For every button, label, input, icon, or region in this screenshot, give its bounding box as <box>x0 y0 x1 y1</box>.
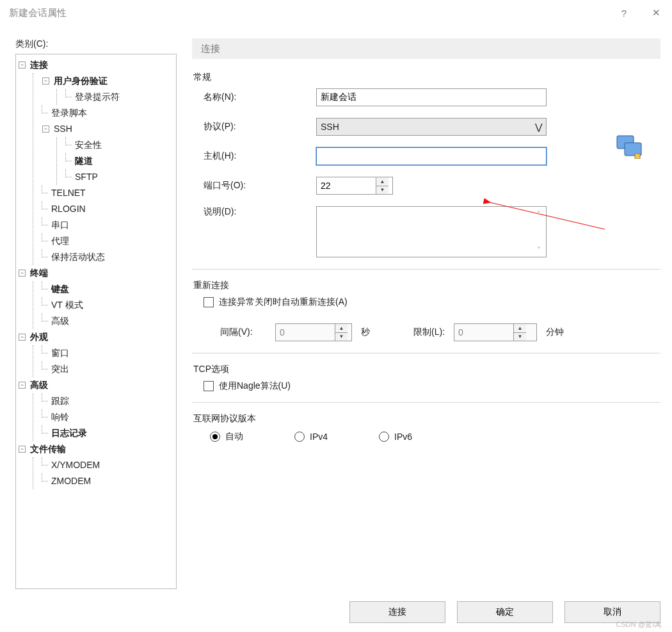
tree-node-trace[interactable]: 跟踪 <box>51 396 69 406</box>
nagle-checkbox[interactable]: 使用Nagle算法(U) <box>204 380 291 392</box>
tree-node-connection[interactable]: 连接 <box>30 60 48 70</box>
checkbox-icon <box>204 297 214 307</box>
tree-node-file-transfer[interactable]: 文件传输 <box>30 444 66 454</box>
limit-input <box>454 324 513 341</box>
tree-toggle-icon[interactable]: − <box>19 270 26 277</box>
tree-node-logging[interactable]: 日志记录 <box>51 428 87 438</box>
tree-node-login-script[interactable]: 登录脚本 <box>51 108 87 118</box>
limit-label: 限制(L): <box>413 327 445 338</box>
tree-node-user-auth[interactable]: 用户身份验证 <box>54 76 108 86</box>
spinner-down-icon[interactable]: ▼ <box>513 333 526 341</box>
ip-v6-label: IPv6 <box>394 432 412 442</box>
spinner-up-icon[interactable]: ▲ <box>335 324 348 333</box>
category-label: 类别(C): <box>15 38 177 50</box>
checkbox-icon <box>204 381 214 391</box>
host-input[interactable] <box>316 147 547 165</box>
tree-node-appearance[interactable]: 外观 <box>30 332 48 342</box>
tree-node-telnet[interactable]: TELNET <box>51 188 86 198</box>
tree-node-zmodem[interactable]: ZMODEM <box>51 476 91 486</box>
radio-icon <box>210 432 220 442</box>
ip-auto-radio[interactable]: 自动 <box>210 431 243 442</box>
category-tree[interactable]: − 连接 − 用户身份验证 登录提示符 登录脚本 − <box>15 54 177 589</box>
group-reconnect-title: 重新连接 <box>193 280 660 291</box>
reconnect-checkbox-label: 连接异常关闭时自动重新连接(A) <box>219 296 348 308</box>
port-input[interactable] <box>317 177 376 194</box>
radio-icon <box>379 432 389 442</box>
tree-node-advanced[interactable]: 高级 <box>30 380 48 390</box>
interval-input <box>276 324 335 341</box>
ip-v4-radio[interactable]: IPv4 <box>294 431 328 442</box>
scroll-down-icon[interactable]: ˅ <box>533 244 545 255</box>
help-icon[interactable]: ? <box>608 0 640 26</box>
tree-toggle-icon[interactable]: − <box>42 126 49 133</box>
tree-node-keepalive[interactable]: 保持活动状态 <box>51 252 105 262</box>
port-label: 端口号(O): <box>204 180 316 191</box>
tree-node-login-prompt[interactable]: 登录提示符 <box>75 92 120 102</box>
name-input[interactable] <box>316 88 547 106</box>
desc-label: 说明(D): <box>204 206 316 218</box>
window-title: 新建会话属性 <box>9 7 67 19</box>
host-label: 主机(H): <box>204 150 316 162</box>
minutes-label: 分钟 <box>546 327 564 338</box>
tree-node-terminal[interactable]: 终端 <box>30 268 48 278</box>
session-icon <box>616 134 643 159</box>
watermark: CSDN @蓝𝕀离 <box>616 620 662 629</box>
tree-node-advanced-term[interactable]: 高级 <box>51 316 69 326</box>
spinner-up-icon[interactable]: ▲ <box>376 177 388 186</box>
spinner-down-icon[interactable]: ▼ <box>376 186 388 195</box>
tree-node-highlight[interactable]: 突出 <box>51 364 69 374</box>
spinner-down-icon[interactable]: ▼ <box>335 333 348 341</box>
reconnect-checkbox[interactable]: 连接异常关闭时自动重新连接(A) <box>204 296 348 308</box>
limit-spinner[interactable]: ▲ ▼ <box>454 323 537 341</box>
close-icon[interactable]: ✕ <box>640 0 672 26</box>
port-spinner[interactable]: ▲ ▼ <box>316 177 393 195</box>
protocol-value: SSH <box>321 122 339 132</box>
tree-node-proxy[interactable]: 代理 <box>51 236 69 246</box>
titlebar: 新建会话属性 ? ✕ <box>0 0 672 26</box>
chevron-down-icon: ⋁ <box>535 122 542 132</box>
tree-node-window[interactable]: 窗口 <box>51 348 69 358</box>
nagle-checkbox-label: 使用Nagle算法(U) <box>219 380 291 392</box>
protocol-label: 协议(P): <box>204 121 316 133</box>
tree-node-serial[interactable]: 串口 <box>51 220 69 230</box>
group-general-title: 常规 <box>193 72 660 83</box>
tree-node-tunnel[interactable]: 隧道 <box>75 156 93 166</box>
svg-rect-2 <box>635 154 640 159</box>
group-tcp-title: TCP选项 <box>193 364 660 375</box>
ip-auto-label: 自动 <box>225 431 243 442</box>
radio-icon <box>294 432 305 442</box>
seconds-label: 秒 <box>361 327 370 338</box>
tree-node-rlogin[interactable]: RLOGIN <box>51 204 86 214</box>
tree-node-vt-mode[interactable]: VT 模式 <box>51 300 83 310</box>
desc-textarea[interactable]: ˄ ˅ <box>316 206 547 257</box>
ip-v4-label: IPv4 <box>310 432 328 442</box>
tree-node-ssh[interactable]: SSH <box>54 124 72 134</box>
tree-toggle-icon[interactable]: − <box>19 334 26 341</box>
tree-toggle-icon[interactable]: − <box>19 382 26 389</box>
tree-toggle-icon[interactable]: − <box>19 61 26 69</box>
divider <box>192 402 660 403</box>
tree-node-xymodem[interactable]: X/YMODEM <box>51 460 100 470</box>
settings-panel: 连接 常规 名称(N): 协议(P): SSH ⋁ 主机(H): 端口号(O): <box>192 38 664 574</box>
connect-button[interactable]: 连接 <box>349 601 445 623</box>
panel-header: 连接 <box>192 38 660 59</box>
tree-toggle-icon[interactable]: − <box>42 77 49 85</box>
divider <box>192 269 660 270</box>
interval-spinner[interactable]: ▲ ▼ <box>275 323 352 341</box>
group-ip-title: 互联网协议版本 <box>193 413 660 425</box>
spinner-up-icon[interactable]: ▲ <box>513 324 526 333</box>
name-label: 名称(N): <box>204 92 316 103</box>
ip-v6-radio[interactable]: IPv6 <box>379 431 412 442</box>
interval-label: 间隔(V): <box>220 327 266 338</box>
tree-toggle-icon[interactable]: − <box>19 446 26 453</box>
divider <box>192 353 660 353</box>
tree-node-security[interactable]: 安全性 <box>75 140 102 150</box>
tree-node-bell[interactable]: 响铃 <box>51 412 69 422</box>
scroll-up-icon[interactable]: ˄ <box>533 208 545 220</box>
tree-node-sftp[interactable]: SFTP <box>75 172 98 182</box>
tree-node-keyboard[interactable]: 键盘 <box>51 284 69 294</box>
ok-button[interactable]: 确定 <box>457 601 553 623</box>
protocol-select[interactable]: SSH ⋁ <box>316 118 547 136</box>
